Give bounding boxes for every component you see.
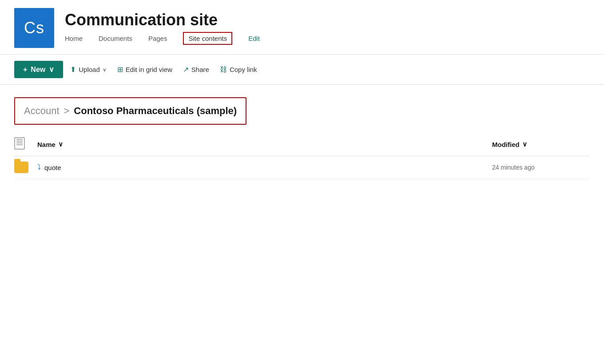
- grid-icon: ⊞: [117, 65, 123, 74]
- col-modified-label: Modified: [492, 141, 520, 148]
- file-type-icon: [14, 137, 25, 150]
- col-icon-header: [14, 137, 32, 151]
- upload-chevron-icon: ∨: [103, 67, 107, 73]
- site-logo: Cs: [14, 8, 54, 48]
- modified-sort-icon[interactable]: ∨: [522, 140, 527, 148]
- nav-home[interactable]: Home: [65, 34, 83, 43]
- chevron-down-icon: ∨: [49, 65, 54, 74]
- logo-initials: Cs: [24, 19, 44, 37]
- header: Cs Communication site Home Documents Pag…: [0, 0, 604, 55]
- copy-link-label: Copy link: [230, 66, 257, 73]
- link-icon: ⛓: [220, 66, 227, 74]
- upload-button[interactable]: ⬆ Upload ∨: [67, 63, 110, 76]
- col-name-header[interactable]: Name ∨: [37, 140, 487, 148]
- plus-icon: +: [23, 66, 27, 74]
- nav-documents[interactable]: Documents: [99, 34, 132, 43]
- col-modified-header[interactable]: Modified ∨: [492, 140, 590, 148]
- share-label: Share: [191, 66, 209, 73]
- new-button[interactable]: + New ∨: [14, 61, 63, 78]
- nav-edit[interactable]: Edit: [248, 34, 260, 43]
- site-title: Communication site: [65, 11, 260, 29]
- nav-pages[interactable]: Pages: [148, 34, 167, 43]
- breadcrumb: Account > Contoso Pharmaceuticals (sampl…: [14, 97, 246, 125]
- file-name[interactable]: quote: [44, 164, 61, 171]
- breadcrumb-current: Contoso Pharmaceuticals (sample): [74, 105, 237, 117]
- file-name-col: ⤵ quote: [37, 163, 487, 171]
- copy-link-button[interactable]: ⛓ Copy link: [216, 63, 261, 76]
- toolbar: + New ∨ ⬆ Upload ∨ ⊞ Edit in grid view ↗…: [0, 55, 604, 85]
- upload-label: Upload: [79, 66, 100, 73]
- name-sort-icon[interactable]: ∨: [58, 140, 63, 148]
- site-info: Communication site Home Documents Pages …: [65, 11, 260, 45]
- file-modified: 24 minutes ago: [492, 164, 590, 171]
- sync-icon: ⤵: [37, 163, 41, 171]
- upload-icon: ⬆: [70, 65, 76, 74]
- breadcrumb-separator: >: [64, 105, 70, 117]
- share-button[interactable]: ↗ Share: [179, 63, 213, 76]
- new-label: New: [31, 66, 45, 74]
- table-row[interactable]: ⤵ quote 24 minutes ago: [14, 156, 590, 179]
- edit-grid-button[interactable]: ⊞ Edit in grid view: [114, 63, 176, 76]
- file-list-header: Name ∨ Modified ∨: [14, 133, 590, 156]
- folder-icon-cell: [14, 162, 32, 173]
- col-name-label: Name: [37, 141, 56, 148]
- nav-bar: Home Documents Pages Site contents Edit: [65, 32, 260, 45]
- folder-icon: [14, 162, 28, 173]
- edit-grid-label: Edit in grid view: [126, 66, 172, 73]
- breadcrumb-account[interactable]: Account: [24, 105, 60, 117]
- nav-site-contents[interactable]: Site contents: [183, 32, 232, 45]
- share-icon: ↗: [183, 65, 189, 74]
- file-list: Name ∨ Modified ∨ ⤵ quote 24 minutes ago: [0, 133, 604, 179]
- breadcrumb-section: Account > Contoso Pharmaceuticals (sampl…: [0, 85, 604, 133]
